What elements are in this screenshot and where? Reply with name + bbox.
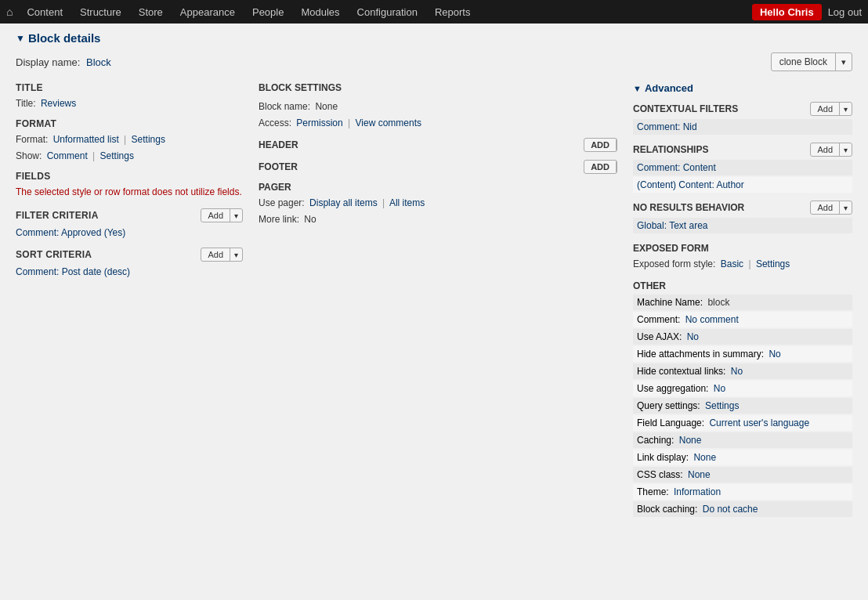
use-aggregation-row: Use aggregation: No xyxy=(633,381,852,396)
title-value-link[interactable]: Reviews xyxy=(41,98,76,109)
query-settings-row: Query settings: Settings xyxy=(633,398,852,414)
more-link-value: No xyxy=(304,214,316,225)
relationships-title: RELATIONSHIPS xyxy=(633,144,708,155)
comment-value-link[interactable]: No comment xyxy=(685,314,739,325)
block-caching-value-link[interactable]: Do not cache xyxy=(703,504,758,515)
link-display-value-link[interactable]: None xyxy=(693,452,716,463)
exposed-form-label: Exposed form style: xyxy=(633,258,715,269)
nav-item-appearance[interactable]: Appearance xyxy=(172,3,243,21)
filter-add-arrow-icon: ▾ xyxy=(230,210,242,222)
show-value-link[interactable]: Comment xyxy=(47,150,88,161)
title-section-header: TITLE xyxy=(16,82,243,93)
footer-add-button[interactable]: Add xyxy=(584,160,617,174)
sort-section-header: SORT CRITERIA Add ▾ xyxy=(16,248,243,262)
format-settings-link[interactable]: Settings xyxy=(132,134,165,145)
sort-add-button[interactable]: Add ▾ xyxy=(201,248,243,262)
filter-add-button[interactable]: Add ▾ xyxy=(201,208,243,222)
exposed-form-sep: | xyxy=(748,258,750,269)
relationships-value1-link[interactable]: Comment: Content xyxy=(637,162,716,173)
filter-value-row: Comment: Approved (Yes) xyxy=(16,226,243,240)
use-ajax-value-link[interactable]: No xyxy=(687,331,699,342)
nav-right: Hello Chris Log out xyxy=(752,4,862,20)
nav-item-modules[interactable]: Modules xyxy=(293,3,347,21)
no-results-value-row: Global: Text area xyxy=(633,218,852,233)
more-link-row: More link: No xyxy=(259,212,617,226)
exposed-form-basic-link[interactable]: Basic xyxy=(721,258,743,269)
footer-section-title: FOOTER xyxy=(259,161,298,172)
nav-item-configuration[interactable]: Configuration xyxy=(349,3,425,21)
other-title: OTHER xyxy=(633,280,852,291)
contextual-value-row: Comment: Nid xyxy=(633,119,852,135)
show-settings-link[interactable]: Settings xyxy=(100,150,134,161)
hide-contextual-value-link[interactable]: No xyxy=(731,366,743,377)
right-column: ▼ Advanced CONTEXTUAL FILTERS Add ▾ Comm… xyxy=(625,82,852,519)
exposed-form-title: EXPOSED FORM xyxy=(633,243,852,254)
no-results-add-arrow-icon: ▾ xyxy=(840,202,852,214)
no-results-header: NO RESULTS BEHAVIOR Add ▾ xyxy=(633,201,852,215)
use-ajax-label: Use AJAX: xyxy=(637,331,682,342)
exposed-form-settings-link[interactable]: Settings xyxy=(756,258,790,269)
display-name-value: Block xyxy=(86,56,111,68)
format-field-row: Format: Unformatted list | Settings xyxy=(16,132,243,146)
clone-btn-arrow-icon: ▾ xyxy=(836,54,852,70)
theme-value-link[interactable]: Information xyxy=(674,486,721,497)
caching-value-link[interactable]: None xyxy=(679,435,702,446)
nav-item-people[interactable]: People xyxy=(244,3,291,21)
contextual-add-button[interactable]: Add ▾ xyxy=(810,102,852,116)
access-permission-link[interactable]: Permission xyxy=(296,117,342,128)
pager-section-row: PAGER xyxy=(259,182,617,193)
collapse-arrow-icon[interactable]: ▼ xyxy=(16,33,25,44)
header-section-row: HEADER Add xyxy=(259,138,617,152)
hide-attachments-label: Hide attachments in summary: xyxy=(637,349,764,360)
no-results-value-link[interactable]: Global: Text area xyxy=(637,220,708,231)
use-pager-all-link[interactable]: All items xyxy=(389,197,425,208)
link-display-row: Link display: None xyxy=(633,450,852,465)
hello-user: Chris xyxy=(787,6,813,18)
access-view-comments-link[interactable]: View comments xyxy=(356,117,421,128)
no-results-add-button[interactable]: Add ▾ xyxy=(810,201,852,215)
nav-item-content[interactable]: Content xyxy=(19,3,71,21)
field-language-row: Field Language: Current user's language xyxy=(633,415,852,431)
machine-name-row: Machine Name: block xyxy=(633,295,852,310)
home-icon[interactable]: ⌂ xyxy=(6,5,13,18)
css-class-value-link[interactable]: None xyxy=(688,469,711,480)
sort-value-link[interactable]: Comment: Post date (desc) xyxy=(16,266,130,277)
css-class-label: CSS class: xyxy=(637,469,683,480)
caching-label: Caching: xyxy=(637,435,674,446)
sort-section-title: SORT CRITERIA xyxy=(16,249,92,260)
nav-item-store[interactable]: Store xyxy=(131,3,171,21)
fields-section-header: FIELDS xyxy=(16,171,243,182)
hide-contextual-row: Hide contextual links: No xyxy=(633,363,852,379)
format-value-link[interactable]: Unformatted list xyxy=(53,134,119,145)
left-column: TITLE Title: Reviews FORMAT Format: Unfo… xyxy=(16,82,243,281)
use-pager-row: Use pager: Display all items | All items xyxy=(259,196,617,210)
logout-link[interactable]: Log out xyxy=(828,6,862,18)
use-pager-display-link[interactable]: Display all items xyxy=(309,197,378,208)
hide-contextual-label: Hide contextual links: xyxy=(637,366,725,377)
advanced-arrow-icon: ▼ xyxy=(633,84,642,93)
contextual-value-link[interactable]: Comment: Nid xyxy=(637,121,697,132)
use-aggregation-label: Use aggregation: xyxy=(637,383,708,394)
field-language-value-link[interactable]: Current user's language xyxy=(709,417,809,428)
relationships-value2-link[interactable]: (Content) Content: Author xyxy=(637,179,744,190)
format-label: Format: xyxy=(16,134,48,145)
relationships-add-button[interactable]: Add ▾ xyxy=(810,143,852,157)
sort-add-arrow-icon: ▾ xyxy=(230,249,242,261)
use-aggregation-value-link[interactable]: No xyxy=(714,383,725,394)
nav-item-structure[interactable]: Structure xyxy=(72,3,129,21)
query-settings-value-link[interactable]: Settings xyxy=(705,400,739,411)
page-content: ▼ Block details Display name: Block clon… xyxy=(0,23,868,600)
hide-attachments-value-link[interactable]: No xyxy=(769,349,780,360)
contextual-filters-header: CONTEXTUAL FILTERS Add ▾ xyxy=(633,102,852,116)
comment-label: Comment: xyxy=(637,314,680,325)
show-field-row: Show: Comment | Settings xyxy=(16,149,243,163)
header-add-button[interactable]: Add xyxy=(584,138,617,152)
relationships-value1-row: Comment: Content xyxy=(633,160,852,175)
nav-item-reports[interactable]: Reports xyxy=(427,3,479,21)
block-name-row: Block name: None xyxy=(259,99,617,114)
use-pager-label: Use pager: xyxy=(259,197,305,208)
block-name-value: None xyxy=(315,101,338,112)
filter-value-link[interactable]: Comment: Approved (Yes) xyxy=(16,227,125,238)
hide-attachments-row: Hide attachments in summary: No xyxy=(633,346,852,362)
clone-block-button[interactable]: clone Block ▾ xyxy=(771,52,852,71)
